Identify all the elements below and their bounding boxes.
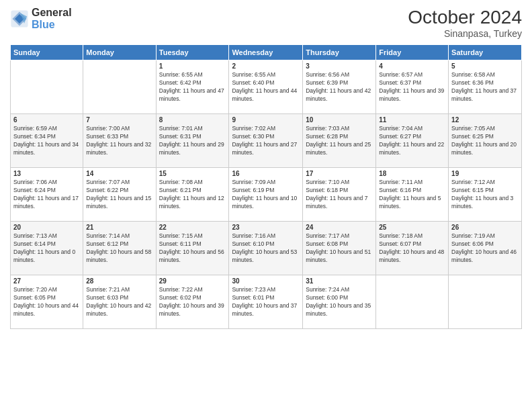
- calendar-cell: 1Sunrise: 6:55 AMSunset: 6:42 PMDaylight…: [156, 60, 229, 114]
- day-number: 16: [232, 170, 300, 177]
- day-number: 10: [306, 116, 373, 124]
- header: General Blue October 2024 Sinanpasa, Tur…: [10, 7, 522, 39]
- day-number: 7: [86, 116, 152, 124]
- calendar-cell: 5Sunrise: 6:58 AMSunset: 6:36 PMDaylight…: [449, 60, 522, 114]
- day-number: 2: [232, 62, 300, 70]
- day-info: Sunrise: 6:59 AMSunset: 6:34 PMDaylight:…: [13, 125, 80, 157]
- day-number: 30: [232, 277, 300, 285]
- calendar-cell: 23Sunrise: 7:16 AMSunset: 6:10 PMDayligh…: [229, 222, 303, 275]
- day-number: 6: [13, 116, 80, 124]
- calendar-week-row: 13Sunrise: 7:06 AMSunset: 6:24 PMDayligh…: [11, 168, 522, 222]
- day-number: 21: [86, 224, 152, 231]
- day-number: 14: [86, 170, 152, 177]
- col-wednesday: Wednesday: [229, 45, 303, 60]
- day-number: 3: [306, 62, 373, 70]
- day-info: Sunrise: 7:18 AMSunset: 6:07 PMDaylight:…: [379, 232, 445, 265]
- day-number: 8: [159, 116, 226, 124]
- col-saturday: Saturday: [449, 45, 522, 60]
- day-info: Sunrise: 6:55 AMSunset: 6:42 PMDaylight:…: [159, 71, 226, 103]
- logo: General Blue: [10, 7, 72, 30]
- day-info: Sunrise: 7:24 AMSunset: 6:00 PMDaylight:…: [306, 286, 373, 318]
- calendar-cell: [83, 60, 156, 114]
- calendar-week-row: 6Sunrise: 6:59 AMSunset: 6:34 PMDaylight…: [11, 114, 522, 168]
- col-tuesday: Tuesday: [156, 45, 229, 60]
- calendar-cell: 11Sunrise: 7:04 AMSunset: 6:27 PMDayligh…: [376, 114, 449, 168]
- month-title: October 2024: [408, 7, 522, 28]
- day-number: 23: [232, 224, 300, 231]
- calendar-cell: [11, 60, 83, 114]
- day-info: Sunrise: 7:10 AMSunset: 6:18 PMDaylight:…: [306, 179, 373, 211]
- day-info: Sunrise: 7:08 AMSunset: 6:21 PMDaylight:…: [159, 179, 226, 211]
- day-info: Sunrise: 7:05 AMSunset: 6:25 PMDaylight:…: [451, 125, 519, 157]
- day-info: Sunrise: 7:20 AMSunset: 6:05 PMDaylight:…: [13, 286, 80, 318]
- calendar-cell: 21Sunrise: 7:14 AMSunset: 6:12 PMDayligh…: [83, 222, 156, 275]
- calendar-cell: 26Sunrise: 7:19 AMSunset: 6:06 PMDayligh…: [449, 222, 522, 275]
- calendar-cell: 4Sunrise: 6:57 AMSunset: 6:37 PMDaylight…: [376, 60, 449, 114]
- day-number: 15: [159, 170, 226, 177]
- day-number: 12: [451, 116, 519, 124]
- day-number: 1: [159, 62, 226, 70]
- calendar-cell: 31Sunrise: 7:24 AMSunset: 6:00 PMDayligh…: [303, 275, 376, 329]
- calendar-cell: 12Sunrise: 7:05 AMSunset: 6:25 PMDayligh…: [449, 114, 522, 168]
- col-friday: Friday: [376, 45, 449, 60]
- logo-text: General Blue: [32, 7, 72, 30]
- day-info: Sunrise: 6:58 AMSunset: 6:36 PMDaylight:…: [451, 71, 519, 103]
- calendar-cell: 15Sunrise: 7:08 AMSunset: 6:21 PMDayligh…: [156, 168, 229, 222]
- calendar-cell: 6Sunrise: 6:59 AMSunset: 6:34 PMDaylight…: [11, 114, 83, 168]
- page: General Blue October 2024 Sinanpasa, Tur…: [0, 0, 532, 411]
- day-info: Sunrise: 7:19 AMSunset: 6:06 PMDaylight:…: [451, 232, 519, 265]
- day-info: Sunrise: 7:02 AMSunset: 6:30 PMDaylight:…: [232, 125, 300, 157]
- calendar-cell: 27Sunrise: 7:20 AMSunset: 6:05 PMDayligh…: [11, 275, 83, 329]
- calendar-week-row: 1Sunrise: 6:55 AMSunset: 6:42 PMDaylight…: [11, 60, 522, 114]
- day-number: 18: [379, 170, 445, 177]
- calendar-week-row: 27Sunrise: 7:20 AMSunset: 6:05 PMDayligh…: [11, 275, 522, 329]
- calendar-cell: 29Sunrise: 7:22 AMSunset: 6:02 PMDayligh…: [156, 275, 229, 329]
- calendar-cell: 2Sunrise: 6:55 AMSunset: 6:40 PMDaylight…: [229, 60, 303, 114]
- logo-icon: [10, 9, 29, 28]
- day-info: Sunrise: 7:17 AMSunset: 6:08 PMDaylight:…: [306, 232, 373, 265]
- day-info: Sunrise: 7:21 AMSunset: 6:03 PMDaylight:…: [86, 286, 152, 318]
- day-number: 17: [306, 170, 373, 177]
- day-number: 5: [451, 62, 519, 70]
- calendar-cell: 22Sunrise: 7:15 AMSunset: 6:11 PMDayligh…: [156, 222, 229, 275]
- calendar-cell: 30Sunrise: 7:23 AMSunset: 6:01 PMDayligh…: [229, 275, 303, 329]
- day-number: 26: [451, 224, 519, 231]
- calendar-cell: [449, 275, 522, 329]
- day-info: Sunrise: 7:15 AMSunset: 6:11 PMDaylight:…: [159, 232, 226, 265]
- logo-line2: Blue: [32, 19, 72, 31]
- calendar-cell: 24Sunrise: 7:17 AMSunset: 6:08 PMDayligh…: [303, 222, 376, 275]
- day-number: 25: [379, 224, 445, 231]
- calendar-header-row: Sunday Monday Tuesday Wednesday Thursday…: [11, 45, 522, 60]
- day-number: 20: [13, 224, 80, 231]
- logo-line1: General: [32, 7, 72, 19]
- calendar-cell: 13Sunrise: 7:06 AMSunset: 6:24 PMDayligh…: [11, 168, 83, 222]
- day-number: 31: [306, 277, 373, 285]
- day-number: 29: [159, 277, 226, 285]
- col-sunday: Sunday: [11, 45, 83, 60]
- location-subtitle: Sinanpasa, Turkey: [408, 28, 522, 39]
- day-info: Sunrise: 7:14 AMSunset: 6:12 PMDaylight:…: [86, 232, 152, 265]
- day-info: Sunrise: 7:04 AMSunset: 6:27 PMDaylight:…: [379, 125, 445, 157]
- day-info: Sunrise: 6:56 AMSunset: 6:39 PMDaylight:…: [306, 71, 373, 103]
- calendar-cell: 18Sunrise: 7:11 AMSunset: 6:16 PMDayligh…: [376, 168, 449, 222]
- calendar-cell: 20Sunrise: 7:13 AMSunset: 6:14 PMDayligh…: [11, 222, 83, 275]
- day-info: Sunrise: 7:22 AMSunset: 6:02 PMDaylight:…: [159, 286, 226, 318]
- day-info: Sunrise: 7:00 AMSunset: 6:33 PMDaylight:…: [86, 125, 152, 157]
- day-number: 4: [379, 62, 445, 70]
- calendar-cell: 10Sunrise: 7:03 AMSunset: 6:28 PMDayligh…: [303, 114, 376, 168]
- day-info: Sunrise: 6:55 AMSunset: 6:40 PMDaylight:…: [232, 71, 300, 103]
- col-thursday: Thursday: [303, 45, 376, 60]
- calendar-cell: 8Sunrise: 7:01 AMSunset: 6:31 PMDaylight…: [156, 114, 229, 168]
- calendar-cell: 7Sunrise: 7:00 AMSunset: 6:33 PMDaylight…: [83, 114, 156, 168]
- day-number: 9: [232, 116, 300, 124]
- calendar-week-row: 20Sunrise: 7:13 AMSunset: 6:14 PMDayligh…: [11, 222, 522, 275]
- day-info: Sunrise: 7:13 AMSunset: 6:14 PMDaylight:…: [13, 232, 80, 265]
- calendar-cell: 14Sunrise: 7:07 AMSunset: 6:22 PMDayligh…: [83, 168, 156, 222]
- day-info: Sunrise: 7:09 AMSunset: 6:19 PMDaylight:…: [232, 179, 300, 211]
- col-monday: Monday: [83, 45, 156, 60]
- calendar-cell: [376, 275, 449, 329]
- calendar-cell: 19Sunrise: 7:12 AMSunset: 6:15 PMDayligh…: [449, 168, 522, 222]
- day-number: 19: [451, 170, 519, 177]
- day-info: Sunrise: 6:57 AMSunset: 6:37 PMDaylight:…: [379, 71, 445, 103]
- day-info: Sunrise: 7:03 AMSunset: 6:28 PMDaylight:…: [306, 125, 373, 157]
